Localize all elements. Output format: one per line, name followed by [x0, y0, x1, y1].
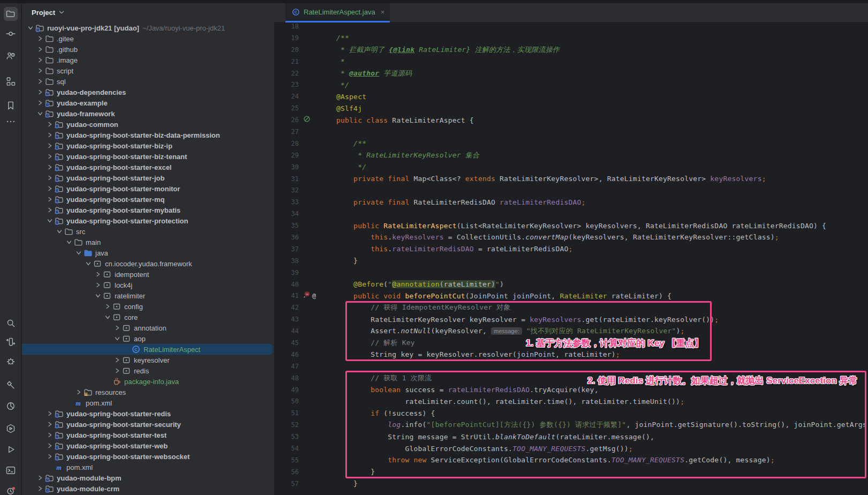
code-line-21[interactable]: 21 * [274, 56, 868, 68]
tree-item-config[interactable]: config [22, 301, 274, 312]
chevron-right-icon[interactable] [36, 99, 44, 107]
tree-item-.image[interactable]: .image [22, 55, 274, 65]
chevron-right-icon[interactable] [36, 66, 44, 75]
code-line-46[interactable]: 46 String key = keyResolver.resolver(joi… [274, 349, 868, 361]
collaboration-users-icon[interactable]: ? [4, 49, 18, 63]
tree-item-yudao-spring-boot-starter-protection[interactable]: yudao-spring-boot-starter-protection [22, 215, 274, 226]
chevron-right-icon[interactable] [113, 356, 122, 364]
search-icon[interactable] [4, 316, 18, 330]
chevron-right-icon[interactable] [36, 474, 44, 482]
tree-item-yudao-spring-boot-starter-biz-ip[interactable]: yudao-spring-boot-starter-biz-ip [22, 140, 274, 151]
project-panel-header[interactable]: Project [22, 3, 66, 21]
tree-item-script[interactable]: script [22, 65, 274, 76]
code-line-37[interactable]: 37 this.rateLimiterRedisDAO = rateLimite… [274, 243, 868, 255]
tree-item-yudao-spring-boot-starter-security[interactable]: yudao-spring-boot-starter-security [22, 419, 274, 430]
tree-item-yudao-module-crm[interactable]: yudao-module-crm [22, 483, 274, 494]
code-area[interactable]: 1819/**20 * 拦截声明了 {@link RateLimiter} 注解… [274, 20, 868, 490]
chevron-right-icon[interactable] [74, 388, 83, 396]
chevron-right-icon[interactable] [94, 270, 102, 279]
chevron-right-icon[interactable] [36, 56, 44, 64]
chevron-down-icon[interactable] [74, 249, 83, 257]
structure-tool-icon[interactable] [4, 74, 18, 88]
commit-tool-icon[interactable] [4, 27, 18, 41]
tab-ratelimiteraspect[interactable]: C RateLimiterAspect.java × [285, 3, 390, 22]
close-icon[interactable]: × [381, 9, 385, 16]
tree-item-pom.xml[interactable]: mpom.xml [22, 462, 274, 472]
code-line-43[interactable]: 43 RateLimiterKeyResolver keyResolver = … [274, 313, 868, 325]
tree-item-main[interactable]: main [22, 237, 274, 248]
tree-item-aop[interactable]: aop [22, 333, 274, 344]
chevron-right-icon[interactable] [103, 302, 112, 311]
code-line-36[interactable]: 36 this.keyResolvers = CollectionUtils.c… [274, 231, 868, 243]
tree-item-yudao-spring-boot-starter-web[interactable]: yudao-spring-boot-starter-web [22, 440, 274, 451]
tree-item-package-info.java[interactable]: package-info.java [22, 376, 274, 387]
code-line-51[interactable]: 51 if (!success) { [274, 407, 868, 419]
chevron-down-icon[interactable] [57, 8, 66, 17]
code-line-25[interactable]: 25@Slf4j [274, 102, 868, 114]
services-tool-icon[interactable] [4, 422, 18, 436]
chevron-right-icon[interactable] [46, 420, 54, 429]
chevron-right-icon[interactable] [46, 452, 54, 461]
tree-item-yudao-spring-boot-starter-biz-tenant[interactable]: yudao-spring-boot-starter-biz-tenant [22, 151, 274, 162]
more-tools-icon[interactable] [4, 115, 18, 129]
tree-item-ratelimiter[interactable]: ratelimiter [22, 290, 274, 301]
tree-item-yudao-spring-boot-starter-websocket[interactable]: yudao-spring-boot-starter-websocket [22, 451, 274, 462]
tree-item-redis[interactable]: redis [22, 365, 274, 376]
chevron-right-icon[interactable] [46, 131, 54, 139]
chevron-right-icon[interactable] [46, 206, 54, 214]
tree-item-yudao-dependencies[interactable]: yudao-dependencies [22, 87, 274, 98]
code-line-50[interactable]: 50 rateLimiter.count(), rateLimiter.time… [274, 396, 868, 408]
tree-item-.github[interactable]: .github [22, 44, 274, 55]
tree-item-core[interactable]: core [22, 312, 274, 322]
tree-item-yudao-spring-boot-starter-test[interactable]: yudao-spring-boot-starter-test [22, 430, 274, 440]
tree-item-.gitee[interactable]: .gitee [22, 33, 274, 44]
chevron-right-icon[interactable] [36, 88, 44, 96]
tree-item-lock4j[interactable]: lock4j [22, 280, 274, 290]
code-line-24[interactable]: 24@Aspect [274, 91, 868, 102]
aop-advice-gutter-icon[interactable]: m [303, 291, 311, 301]
tree-item-yudao-example[interactable]: yudao-example [22, 98, 274, 108]
tree-item-ratelimiteraspect[interactable]: CRateLimiterAspect [22, 344, 273, 355]
chevron-right-icon[interactable] [36, 34, 44, 43]
code-line-54[interactable]: 54 GlobalErrorCodeConstants.TOO_MANY_REQ… [274, 442, 868, 454]
chevron-down-icon[interactable] [46, 216, 54, 225]
code-line-33[interactable]: 33 private final RateLimiterRedisDAO rat… [274, 196, 868, 208]
spring-bean-gutter-icon[interactable] [303, 115, 311, 125]
tree-item-ruoyi-vue-pro-jdk21[interactable]: ruoyi-vue-pro-jdk21 [yudao]~/Java/ruoyi-… [22, 22, 274, 33]
chevron-right-icon[interactable] [46, 141, 54, 150]
tree-item-yudao-spring-boot-starter-biz-data-permission[interactable]: yudao-spring-boot-starter-biz-data-permi… [22, 130, 274, 140]
project-tool-icon[interactable] [4, 7, 18, 21]
code-line-32[interactable]: 32 [274, 184, 868, 196]
code-line-53[interactable]: 53 String message = StrUtil.blankToDefau… [274, 431, 868, 442]
chevron-right-icon[interactable] [46, 409, 54, 418]
debug-tool-icon[interactable] [4, 354, 18, 368]
code-line-18[interactable]: 18 [274, 20, 868, 32]
chevron-right-icon[interactable] [46, 120, 54, 129]
code-line-31[interactable]: 31 private final Map<Class<? extends Rat… [274, 173, 868, 185]
tree-item-yudao-spring-boot-starter-mybatis[interactable]: yudao-spring-boot-starter-mybatis [22, 205, 274, 215]
chevron-down-icon[interactable] [113, 334, 122, 343]
code-line-42[interactable]: 42 // 获得 IdempotentKeyResolver 对象 [274, 302, 868, 313]
code-line-19[interactable]: 19/** [274, 32, 868, 44]
code-line-44[interactable]: 44 Assert.notNull(keyResolver, message: … [274, 325, 868, 337]
chevron-right-icon[interactable] [46, 184, 54, 193]
profiler-tool-icon[interactable] [4, 399, 18, 413]
code-line-26[interactable]: 26public class RateLimiterAspect { [274, 114, 868, 126]
code-line-39[interactable]: 39 [274, 267, 868, 279]
chevron-right-icon[interactable] [46, 163, 54, 171]
code-line-57[interactable]: 57 } [274, 478, 868, 490]
code-line-56[interactable]: 56 } [274, 466, 868, 478]
tree-item-yudao-module-bpm[interactable]: yudao-module-bpm [22, 472, 274, 483]
tree-item-yudao-spring-boot-starter-excel[interactable]: yudao-spring-boot-starter-excel [22, 162, 274, 172]
code-line-38[interactable]: 38 } [274, 255, 868, 267]
chevron-right-icon[interactable] [46, 195, 54, 204]
annotation-gutter-icon[interactable]: @ [312, 292, 316, 299]
chevron-down-icon[interactable] [94, 291, 102, 300]
code-line-22[interactable]: 22 * @author 芋道源码 [274, 68, 868, 79]
chevron-down-icon[interactable] [26, 24, 35, 32]
code-line-27[interactable]: 27 [274, 126, 868, 138]
tree-item-yudao-framework[interactable]: yudao-framework [22, 108, 274, 119]
chevron-right-icon[interactable] [46, 174, 54, 182]
tree-item-src[interactable]: src [22, 226, 274, 237]
inout-panel-icon[interactable] [4, 335, 18, 349]
